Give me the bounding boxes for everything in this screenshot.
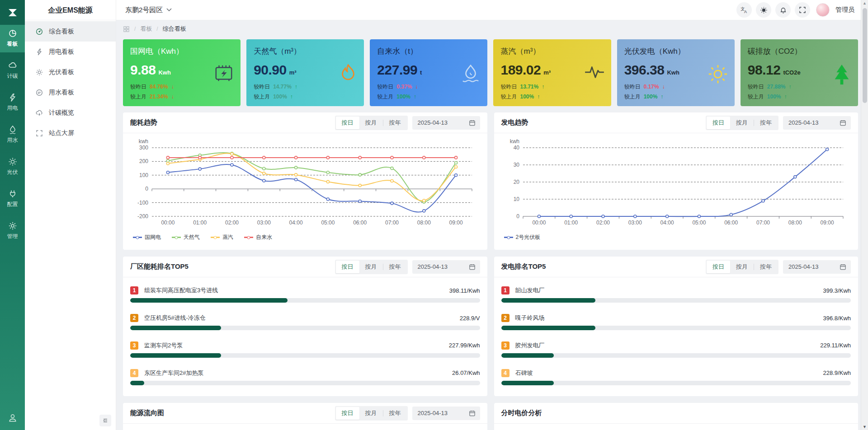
card-title: 自来水（t） — [377, 46, 480, 56]
compare-month-pct: 100% — [644, 92, 658, 102]
flame-icon — [339, 64, 358, 85]
compare-day-pct: 84.76% — [150, 82, 168, 92]
grid-icon[interactable] — [123, 26, 130, 33]
energy-trend-chart[interactable]: kwh-200-100010020030000:0001:0002:0003:0… — [130, 138, 480, 241]
brightness-icon — [760, 6, 768, 14]
rank-name: 韶山发电厂 — [515, 286, 545, 294]
breadcrumb: / 看板 / 综合看板 — [116, 20, 861, 37]
tree-icon — [832, 64, 852, 87]
scroll-down-icon[interactable]: ▼ — [861, 425, 868, 429]
sidebar-item-label: 站点大屏 — [49, 129, 74, 137]
rail-item-config[interactable]: 配置 — [0, 185, 25, 213]
legend-label: 蒸汽 — [222, 234, 233, 241]
tab-by-year[interactable]: 按年 — [754, 261, 778, 273]
notifications-button[interactable] — [775, 2, 791, 18]
language-button[interactable]: 文A — [736, 2, 752, 18]
legend-item[interactable]: 2号光伏板 — [504, 234, 541, 241]
collapse-sidebar-button[interactable] — [99, 415, 111, 426]
admin-label[interactable]: 管理员 — [835, 6, 854, 14]
plug-icon — [8, 189, 17, 198]
theme-button[interactable] — [756, 2, 771, 18]
tab-by-year[interactable]: 按年 — [383, 261, 407, 273]
compare-day-label: 较昨日 — [624, 82, 641, 92]
tab-by-day[interactable]: 按日 — [707, 261, 730, 273]
tab-by-month[interactable]: 按月 — [359, 407, 383, 420]
tab-by-month[interactable]: 按月 — [730, 261, 754, 273]
date-picker[interactable]: 2025-04-13 — [783, 116, 851, 130]
legend-item[interactable]: 国网电 — [133, 234, 161, 241]
tab-by-month[interactable]: 按月 — [359, 261, 383, 273]
tab-by-month[interactable]: 按月 — [730, 117, 754, 129]
legend-label: 自来水 — [256, 234, 272, 241]
generation-trend-chart[interactable]: kwh01020304000:0001:0002:0003:0004:0005:… — [501, 138, 851, 241]
rail-item-label: 用水 — [7, 136, 18, 144]
rank-item: 3 胶州发电厂 229.11/Kwh — [501, 341, 851, 358]
avatar[interactable] — [816, 3, 830, 17]
calendar-icon — [840, 119, 846, 126]
tab-by-day[interactable]: 按日 — [336, 117, 359, 129]
sidebar-item-label: 用电看板 — [49, 48, 74, 56]
sidebar-item-label: 计碳概览 — [49, 109, 74, 117]
rank-badge: 1 — [501, 286, 509, 294]
tab-by-year[interactable]: 按年 — [383, 407, 407, 420]
rail-item-carbon[interactable]: 计碳 — [0, 57, 25, 84]
legend-item[interactable]: 蒸汽 — [211, 234, 233, 241]
sidebar-item-solar-board[interactable]: 光伏看板 — [25, 62, 116, 82]
rail-item-solar[interactable]: 光伏 — [0, 153, 25, 181]
legend-item[interactable]: 自来水 — [244, 234, 272, 241]
card-unit: m³ — [543, 69, 551, 76]
tab-by-day[interactable]: 按日 — [707, 117, 730, 129]
compare-month-label: 较上月 — [130, 92, 146, 102]
svg-text:10: 10 — [513, 196, 519, 202]
sidebar-item-carbon-overview[interactable]: 计碳概览 — [25, 103, 116, 123]
scrollbar-thumb[interactable] — [863, 8, 867, 103]
breadcrumb-level2[interactable]: 综合看板 — [163, 25, 186, 33]
sidebar-item-label: 用水看板 — [49, 89, 74, 97]
legend-marker-icon — [211, 237, 220, 238]
tab-by-month[interactable]: 按月 — [359, 117, 383, 129]
page-scrollbar[interactable]: ▲ ▼ — [861, 0, 868, 430]
electric-meter-icon — [213, 64, 234, 85]
rail-item-dashboard[interactable]: 看板 — [0, 25, 25, 52]
date-picker[interactable]: 2025-04-13 — [412, 260, 480, 274]
legend-marker-icon — [172, 237, 181, 238]
sidebar-item-site-bigscreen[interactable]: 站点大屏 — [25, 123, 116, 143]
scroll-up-icon[interactable]: ▲ — [861, 1, 868, 5]
compare-day-label: 较昨日 — [748, 82, 764, 92]
breadcrumb-level1[interactable]: 看板 — [140, 25, 152, 33]
panel-price-analysis: 分时电价分析 — [494, 403, 859, 430]
rank-list: 1 组装车间高压配电室3号进线 398.11/Kwh 2 空压机房5#进线-冷冻… — [123, 277, 487, 396]
tab-by-year[interactable]: 按年 — [754, 117, 778, 129]
rail-item-water[interactable]: 用水 — [0, 121, 25, 149]
sidebar-item-electricity-board[interactable]: 用电看板 — [25, 42, 116, 62]
sidebar-item-overview-board[interactable]: 综合看板 — [25, 21, 116, 42]
svg-text:A: A — [744, 9, 747, 14]
legend-item[interactable]: 天然气 — [172, 234, 200, 241]
user-icon[interactable] — [8, 413, 18, 423]
rail-item-electricity[interactable]: 用电 — [0, 89, 25, 117]
svg-text:08:00: 08:00 — [788, 220, 802, 226]
sidebar-menu: 综合看板 用电看板 光伏看板 用水看板 计碳概览 站点大屏 — [25, 20, 116, 143]
rank-progress-bar — [130, 381, 480, 385]
compare-day-pct: 0.37% — [396, 82, 412, 92]
svg-text:40: 40 — [513, 145, 519, 151]
rank-name: 监测车间2号泵 — [144, 341, 183, 350]
date-picker[interactable]: 2025-04-13 — [412, 116, 480, 130]
card-title: 光伏发电（Kwh） — [624, 46, 727, 56]
fullscreen-button[interactable] — [795, 2, 810, 18]
rail-item-admin[interactable]: 管理 — [0, 217, 25, 245]
stat-card-solar-generation: 光伏发电（Kwh） 396.38 Kwh 较昨日0.17%↓ 较上月100%↑ — [617, 39, 735, 106]
date-picker[interactable]: 2025-04-13 — [783, 260, 851, 274]
compare-day-label: 较昨日 — [254, 82, 270, 92]
card-value: 90.90 — [254, 62, 287, 78]
sidebar-item-water-board[interactable]: 用水看板 — [25, 82, 116, 103]
park-selector[interactable]: 东鹏2号园区 — [125, 6, 172, 14]
tab-by-day[interactable]: 按日 — [336, 261, 359, 273]
compare-day-pct: 27.88% — [767, 82, 786, 92]
tab-by-day[interactable]: 按日 — [336, 407, 359, 420]
date-picker[interactable]: 2025-04-13 — [412, 407, 480, 420]
compare-month-label: 较上月 — [254, 92, 270, 102]
tab-by-year[interactable]: 按年 — [383, 117, 407, 129]
sun-icon — [8, 157, 17, 166]
rank-name: 东区生产车间2#加热泵 — [144, 369, 203, 377]
